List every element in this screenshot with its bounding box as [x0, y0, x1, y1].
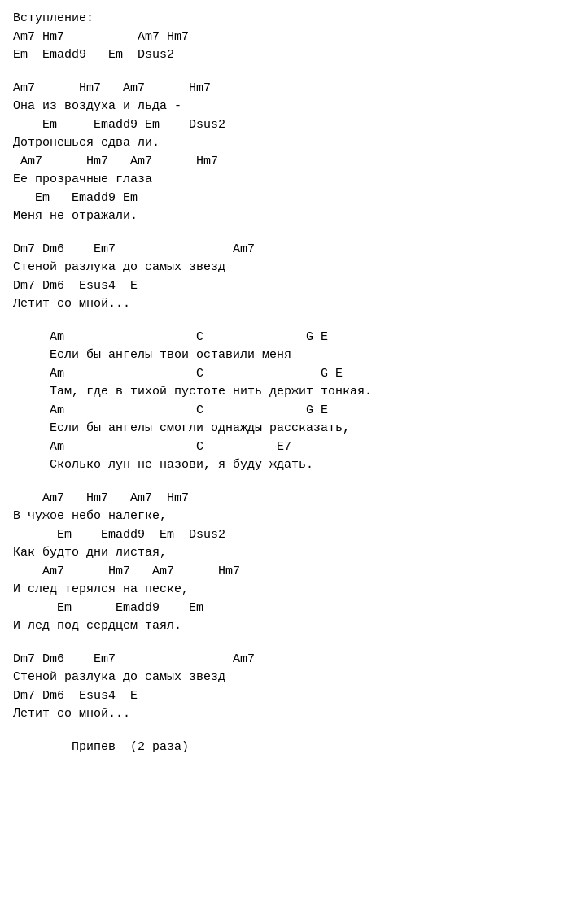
lyrics-line: Меня не отражали. [13, 207, 551, 226]
chords-line: Dm7 Dm6 Esus4 E [13, 687, 551, 706]
chords-line: Dm7 Dm6 Em7 Am7 [13, 241, 551, 259]
section-refrain: Припев (2 раза) [13, 730, 551, 757]
chords-line: Припев (2 раза) [13, 739, 551, 757]
label-line: Вступление: [13, 10, 551, 28]
section-verse1: Am7 Hm7 Am7 Hm7Она из воздуха и льда - E… [13, 72, 551, 226]
spacer [13, 72, 551, 80]
spacer [13, 233, 551, 241]
chords-line: Am7 Hm7 Am7 Hm7 [13, 563, 551, 582]
section-intro: Вступление:Am7 Hm7 Am7 Hm7Em Emadd9 Em D… [13, 10, 551, 65]
section-bridge2: Dm7 Dm6 Em7 Am7Стеной разлука до самых з… [13, 643, 551, 724]
chords-line: Am7 Hm7 Am7 Hm7 [13, 490, 551, 508]
spacer [13, 730, 551, 739]
chords-line: Em Emadd9 Em Dsus2 [13, 46, 551, 65]
chords-line: Em Emadd9 Em [13, 190, 551, 208]
section-verse2: Am7 Hm7 Am7 Hm7В чужое небо налегке, Em … [13, 482, 551, 636]
song-content: Вступление:Am7 Hm7 Am7 Hm7Em Emadd9 Em D… [13, 10, 551, 756]
lyrics-line: Как будто дни листая, [13, 544, 551, 563]
chords-line: Em Emadd9 Em Dsus2 [13, 116, 551, 135]
chords-line: Am C G E [13, 402, 551, 421]
chords-line: Am7 Hm7 Am7 Hm7 [13, 153, 551, 172]
lyrics-line: Летит со мной... [13, 705, 551, 724]
lyrics-line: Летит со мной... [13, 295, 551, 314]
chords-line: Am C E7 [13, 438, 551, 457]
spacer [13, 643, 551, 651]
lyrics-line: Ее прозрачные глаза [13, 171, 551, 190]
chords-line: Dm7 Dm6 Esus4 E [13, 277, 551, 296]
chords-line: Am7 Hm7 Am7 Hm7 [13, 28, 551, 47]
chords-line: Am C G E [13, 365, 551, 384]
lyrics-line: Стеной разлука до самых звезд [13, 259, 551, 277]
section-bridge1: Dm7 Dm6 Em7 Am7Стеной разлука до самых з… [13, 233, 551, 314]
chords-line: Am C G E [13, 329, 551, 347]
spacer [13, 320, 551, 329]
chords-line: Em Emadd9 Em Dsus2 [13, 526, 551, 545]
chords-line: Am7 Hm7 Am7 Hm7 [13, 80, 551, 98]
chords-line: Dm7 Dm6 Em7 Am7 [13, 651, 551, 669]
lyrics-line: Если бы ангелы смогли однажды рассказать… [13, 420, 551, 438]
lyrics-line: Там, где в тихой пустоте нить держит тон… [13, 383, 551, 402]
lyrics-line: Дотронешься едва ли. [13, 134, 551, 153]
lyrics-line: В чужое небо налегке, [13, 508, 551, 526]
lyrics-line: Если бы ангелы твои оставили меня [13, 346, 551, 365]
chords-line: Em Emadd9 Em [13, 599, 551, 618]
section-chorus1: Am C G E Если бы ангелы твои оставили ме… [13, 320, 551, 475]
lyrics-line: Она из воздуха и льда - [13, 98, 551, 116]
lyrics-line: Сколько лун не назови, я буду ждать. [13, 456, 551, 475]
spacer [13, 482, 551, 490]
lyrics-line: И лед под сердцем таял. [13, 617, 551, 636]
lyrics-line: Стеной разлука до самых звезд [13, 669, 551, 687]
lyrics-line: И след терялся на песке, [13, 581, 551, 599]
